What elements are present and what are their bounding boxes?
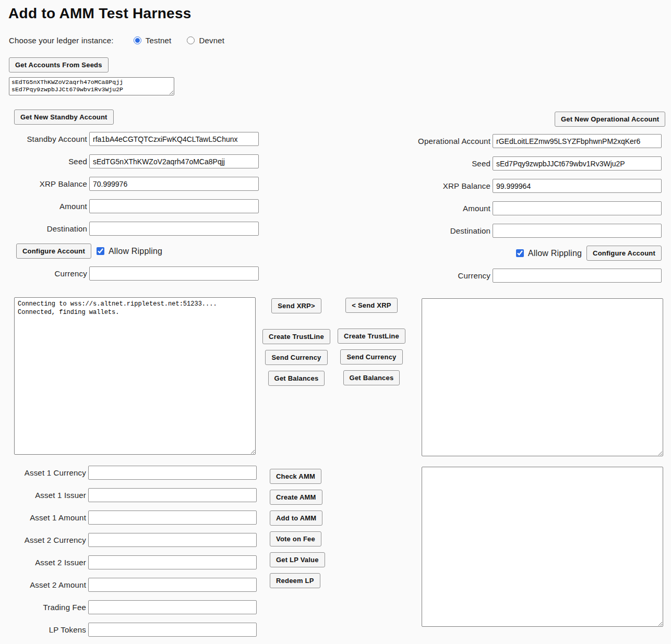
operational-results-textarea[interactable] <box>422 298 663 456</box>
standby-destination-label: Destination <box>0 224 89 233</box>
standby-seed-input[interactable] <box>89 154 259 168</box>
lp-tokens-label: LP Tokens <box>0 625 88 634</box>
operational-account-row: Operational Account <box>321 134 662 148</box>
redeem-lp-button[interactable]: Redeem LP <box>270 573 320 588</box>
standby-configure-row: Configure Account Allow Rippling <box>16 244 162 259</box>
operational-currency-label: Currency <box>321 271 493 280</box>
standby-create-trustline-button[interactable]: Create TrustLine <box>262 329 330 344</box>
page-title: Add to AMM Test Harness <box>8 5 191 22</box>
amm-buttons: Check AMM Create AMM Add to AMM Vote on … <box>270 469 325 588</box>
standby-allow-rippling-checkbox[interactable] <box>97 247 104 255</box>
asset1-issuer-input[interactable] <box>88 488 257 502</box>
lp-tokens-row: LP Tokens <box>0 623 257 637</box>
operational-configure-row: Allow Rippling Configure Account <box>321 246 662 261</box>
devnet-radio[interactable] <box>187 37 195 44</box>
asset2-currency-row: Asset 2 Currency <box>0 533 257 547</box>
get-lp-value-button[interactable]: Get LP Value <box>270 552 325 567</box>
operational-to-standby-buttons: < Send XRP Create TrustLine Send Currenc… <box>337 298 406 385</box>
standby-xrp-balance-input[interactable] <box>89 177 259 191</box>
standby-account-row: Standby Account <box>0 132 259 146</box>
trading-fee-label: Trading Fee <box>0 603 88 612</box>
standby-get-balances-button[interactable]: Get Balances <box>268 371 325 386</box>
testnet-radio-label: Testnet <box>146 36 172 45</box>
standby-destination-row: Destination <box>0 222 259 236</box>
asset2-issuer-label: Asset 2 Issuer <box>0 558 88 567</box>
standby-seed-row: Seed <box>0 154 259 168</box>
operational-xrp-balance-label: XRP Balance <box>321 181 493 190</box>
operational-destination-label: Destination <box>321 226 493 235</box>
ledger-chooser-label: Choose your ledger instance: <box>9 36 114 45</box>
asset2-issuer-row: Asset 2 Issuer <box>0 555 257 569</box>
get-accounts-from-seeds-button[interactable]: Get Accounts From Seeds <box>9 57 109 72</box>
operational-currency-input[interactable] <box>493 269 662 283</box>
standby-amount-input[interactable] <box>89 199 259 213</box>
standby-seed-label: Seed <box>0 157 89 166</box>
operational-balance-row: XRP Balance <box>321 179 662 193</box>
operational-currency-row: Currency <box>321 269 662 283</box>
standby-results-textarea[interactable]: Connecting to wss://s.altnet.rippletest.… <box>14 297 256 455</box>
standby-account-label: Standby Account <box>0 135 89 143</box>
asset1-amount-row: Asset 1 Amount <box>0 511 257 525</box>
asset2-currency-input[interactable] <box>88 533 257 547</box>
standby-xrp-balance-label: XRP Balance <box>0 179 89 188</box>
asset1-amount-label: Asset 1 Amount <box>0 513 88 522</box>
operational-seed-label: Seed <box>321 159 493 168</box>
lp-tokens-input[interactable] <box>88 623 257 637</box>
asset1-issuer-label: Asset 1 Issuer <box>0 491 88 500</box>
standby-balance-row: XRP Balance <box>0 177 259 191</box>
standby-account-input[interactable] <box>89 132 259 146</box>
asset2-currency-label: Asset 2 Currency <box>0 536 88 544</box>
get-new-operational-account-button[interactable]: Get New Operational Account <box>555 112 665 127</box>
standby-destination-input[interactable] <box>89 222 259 236</box>
asset1-currency-row: Asset 1 Currency <box>0 466 257 480</box>
send-xrp-to-operational-button[interactable]: Send XRP> <box>271 298 321 313</box>
trading-fee-row: Trading Fee <box>0 600 257 614</box>
operational-destination-row: Destination <box>321 224 662 238</box>
asset2-amount-row: Asset 2 Amount <box>0 578 257 592</box>
amm-results-textarea[interactable] <box>422 467 663 627</box>
operational-seed-row: Seed <box>321 156 662 171</box>
standby-configure-account-button[interactable]: Configure Account <box>16 244 91 259</box>
operational-allow-rippling-label: Allow Rippling <box>528 249 582 258</box>
testnet-radio[interactable] <box>134 37 141 44</box>
standby-currency-row: Currency <box>0 266 259 281</box>
operational-amount-input[interactable] <box>493 201 662 215</box>
asset2-amount-input[interactable] <box>88 578 257 592</box>
add-to-amm-button[interactable]: Add to AMM <box>270 511 322 526</box>
standby-send-currency-button[interactable]: Send Currency <box>265 350 327 365</box>
devnet-radio-label: Devnet <box>199 36 224 45</box>
operational-xrp-balance-input[interactable] <box>493 179 662 193</box>
operational-seed-input[interactable] <box>493 156 662 171</box>
standby-amount-row: Amount <box>0 199 259 213</box>
asset2-issuer-input[interactable] <box>88 555 257 569</box>
asset1-issuer-row: Asset 1 Issuer <box>0 488 257 502</box>
check-amm-button[interactable]: Check AMM <box>270 469 321 484</box>
operational-send-currency-button[interactable]: Send Currency <box>340 349 402 364</box>
operational-get-balances-button[interactable]: Get Balances <box>343 370 400 385</box>
operational-allow-rippling-checkbox[interactable] <box>516 249 524 257</box>
operational-create-trustline-button[interactable]: Create TrustLine <box>338 329 405 344</box>
standby-allow-rippling-label: Allow Rippling <box>109 247 162 256</box>
trading-fee-input[interactable] <box>88 600 257 614</box>
operational-amount-row: Amount <box>321 201 662 215</box>
seeds-textarea[interactable]: sEdTG5nXThKWZoV2aqrh47oMCa8Pqjj sEd7Pqy9… <box>9 77 174 95</box>
ledger-instance-chooser: Choose your ledger instance: Testnet Dev… <box>9 34 224 46</box>
operational-account-label: Operational Account <box>321 137 493 145</box>
get-new-standby-account-button[interactable]: Get New Standby Account <box>14 110 114 125</box>
standby-currency-label: Currency <box>0 269 89 278</box>
asset2-amount-label: Asset 2 Amount <box>0 580 88 589</box>
create-amm-button[interactable]: Create AMM <box>270 490 322 505</box>
amm-test-harness-page: Add to AMM Test Harness Choose your ledg… <box>0 0 671 644</box>
standby-amount-label: Amount <box>0 202 89 211</box>
asset1-currency-label: Asset 1 Currency <box>0 468 88 477</box>
operational-destination-input[interactable] <box>493 224 662 238</box>
operational-account-input[interactable] <box>493 134 662 148</box>
send-xrp-to-standby-button[interactable]: < Send XRP <box>345 298 397 313</box>
asset1-currency-input[interactable] <box>88 466 257 480</box>
operational-amount-label: Amount <box>321 204 493 213</box>
standby-currency-input[interactable] <box>89 266 259 281</box>
vote-on-fee-button[interactable]: Vote on Fee <box>270 531 321 546</box>
asset1-amount-input[interactable] <box>88 511 257 525</box>
standby-to-operational-buttons: Send XRP> Create TrustLine Send Currency… <box>262 298 331 386</box>
operational-configure-account-button[interactable]: Configure Account <box>586 246 662 261</box>
